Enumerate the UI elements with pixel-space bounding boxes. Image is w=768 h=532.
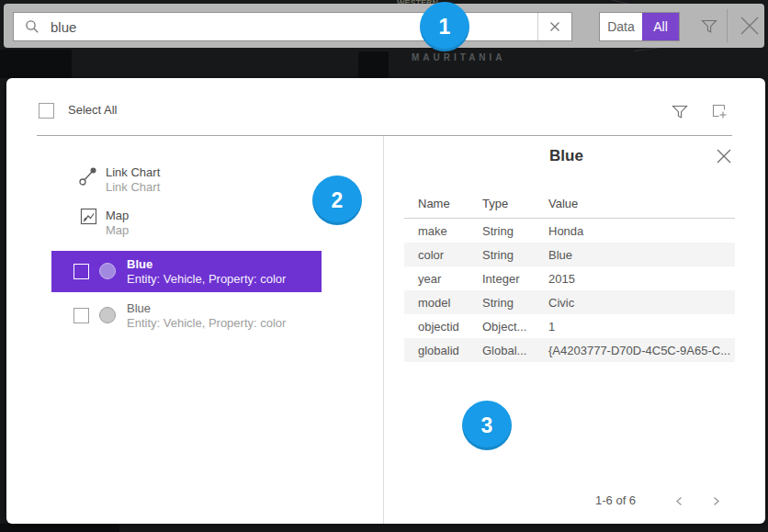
table-row: color String Blue [404, 243, 735, 266]
add-selection-button[interactable] [710, 102, 728, 120]
cell-type: Integer [482, 272, 519, 286]
annotation-badge-1: 1 [420, 2, 469, 51]
cell-value: Blue [548, 248, 572, 262]
cell-name: globalid [418, 344, 459, 357]
chevron-right-icon [711, 496, 721, 506]
table-row: objectid Object... 1 [404, 314, 735, 338]
toolbar-divider [727, 9, 728, 42]
select-all-checkbox[interactable] [39, 103, 54, 119]
result-item-blue-selected[interactable]: Blue Entity: Vehicle, Property: color [51, 251, 322, 292]
map-label-mauritania: MAURITANIA [412, 52, 506, 62]
result-subtitle: Entity: Vehicle, Property: color [127, 316, 286, 330]
search-icon [25, 19, 40, 34]
column-header-value: Value [548, 197, 578, 210]
cell-name: objectid [418, 320, 459, 334]
cell-value: Civic [548, 296, 574, 310]
result-title: Link Chart [106, 165, 160, 179]
map-landmass [0, 524, 119, 532]
column-header-type: Type [482, 197, 508, 210]
pagination-prev-button[interactable] [672, 493, 686, 508]
map-landmass [358, 51, 389, 78]
result-checkbox[interactable] [73, 264, 89, 279]
annotation-badge-3: 3 [462, 401, 512, 450]
scope-option-all[interactable]: All [642, 13, 679, 40]
result-title: Blue [127, 257, 152, 271]
pagination-range: 1-6 of 6 [595, 493, 636, 507]
map-icon [80, 208, 97, 229]
table-row: model String Civic [404, 290, 735, 314]
result-subtitle: Map [106, 223, 129, 237]
filter-button[interactable] [691, 7, 728, 44]
clear-search-button[interactable] [537, 13, 571, 40]
result-checkbox[interactable] [73, 308, 89, 323]
entity-circle-icon [99, 307, 116, 323]
table-row: globalid Global... {A4203777-D70D-4C5C-9… [404, 338, 735, 362]
cell-type: String [482, 296, 514, 310]
entity-circle-icon [99, 263, 116, 279]
annotation-badge-2: 2 [312, 175, 362, 225]
results-filter-button[interactable] [671, 102, 689, 120]
filter-icon [671, 102, 689, 120]
search-scope-toggle: Data All [599, 12, 680, 41]
cell-type: String [482, 248, 514, 262]
table-row: make String Honda [404, 219, 735, 243]
chevron-left-icon [674, 496, 684, 506]
cell-name: year [418, 272, 441, 286]
header-divider [37, 135, 732, 136]
select-all-label: Select All [68, 103, 117, 117]
result-subtitle: Link Chart [106, 180, 160, 194]
cell-type: Global... [482, 344, 526, 357]
close-search-button[interactable] [731, 7, 768, 44]
cell-value: Honda [548, 224, 583, 238]
table-row: year Integer 2015 [404, 266, 735, 290]
cell-name: model [418, 296, 450, 310]
pagination-next-button[interactable] [708, 493, 723, 508]
cell-name: color [418, 248, 444, 262]
add-selection-icon [710, 102, 728, 120]
filter-icon [700, 17, 718, 35]
details-title: Blue [398, 147, 735, 165]
map-landmass [0, 50, 72, 78]
close-icon [716, 148, 732, 164]
search-toolbar: Data All [4, 4, 764, 48]
cell-type: String [482, 224, 514, 238]
cell-value: 1 [548, 320, 555, 334]
cell-name: make [418, 224, 447, 238]
result-subtitle: Entity: Vehicle, Property: color [127, 272, 286, 286]
cell-value: 2015 [548, 272, 575, 286]
result-title: Map [106, 209, 129, 222]
scope-option-data[interactable]: Data [600, 13, 642, 40]
details-close-button[interactable] [716, 148, 732, 164]
result-title: Blue [127, 301, 151, 315]
clear-icon [549, 21, 560, 32]
search-box[interactable] [13, 12, 572, 41]
panel-divider [383, 136, 384, 524]
search-results-dialog: Select All Link Chart Link Chart [6, 78, 765, 524]
link-chart-icon [79, 164, 99, 190]
cell-type: Object... [482, 320, 526, 334]
cell-value: {A4203777-D70D-4C5C-9A65-C... [548, 344, 730, 357]
column-header-name: Name [418, 197, 450, 210]
close-icon [739, 15, 761, 37]
